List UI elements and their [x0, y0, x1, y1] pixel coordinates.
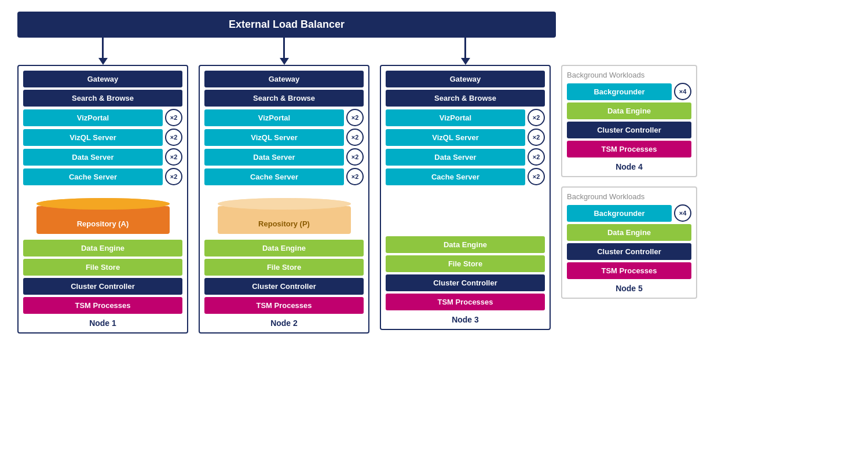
node5-label: Node 5 [567, 281, 691, 293]
node3-search: Search & Browse [386, 90, 545, 107]
node2-cluster-row: Cluster Controller [204, 278, 364, 295]
node3-search-row: Search & Browse [386, 90, 545, 107]
node1-dataengine-row: Data Engine [23, 240, 182, 257]
node3-vizportal: VizPortal [386, 109, 525, 126]
node2-cacheserver: Cache Server [204, 168, 344, 185]
node2-cluster: Cluster Controller [204, 278, 364, 295]
node3-cluster-row: Cluster Controller [386, 274, 545, 291]
node4-box: Background Workloads Backgrounder ×4 Dat… [561, 65, 697, 177]
node4-tsm-row: TSM Processes [567, 141, 691, 157]
arrow-node3 [461, 38, 470, 65]
node2-vizportal: VizPortal [204, 109, 344, 126]
node1-cacheserver-row: Cache Server ×2 [23, 168, 182, 185]
node1-gateway-row: Gateway [23, 71, 182, 87]
node1-cluster: Cluster Controller [23, 278, 182, 295]
node2-dataserver: Data Server [204, 149, 344, 166]
arrow-node1 [98, 38, 108, 65]
node3-filestore-row: File Store [386, 255, 545, 272]
node4-backgrounder: Backgrounder [567, 83, 672, 100]
node5-tsm-row: TSM Processes [567, 262, 691, 279]
node4-tsm: TSM Processes [567, 141, 691, 157]
node1-dataserver-row: Data Server ×2 [23, 148, 182, 166]
node3-dataserver-row: Data Server ×2 [386, 148, 545, 166]
node2-cacheserver-badge: ×2 [346, 168, 364, 185]
node4-dataengine: Data Engine [567, 102, 691, 119]
node2-search: Search & Browse [204, 90, 364, 107]
node1-search: Search & Browse [23, 90, 182, 107]
load-balancer-bar: External Load Balancer [17, 12, 556, 38]
node5-backgrounder-row: Backgrounder ×4 [567, 204, 691, 222]
node4-backgrounder-row: Backgrounder ×4 [567, 83, 691, 100]
node5-tsm: TSM Processes [567, 262, 691, 279]
node2-vizql-badge: ×2 [346, 129, 364, 146]
node3-dataserver: Data Server [386, 149, 525, 166]
node1-vizql-badge: ×2 [165, 129, 182, 146]
node1-vizportal-row: VizPortal ×2 [23, 109, 182, 126]
node2-dataserver-badge: ×2 [346, 148, 364, 166]
node2-gateway: Gateway [204, 71, 364, 87]
node2-vizql-row: VizQL Server ×2 [204, 129, 364, 146]
arrow-node2 [280, 38, 289, 65]
node3-box: Gateway Search & Browse VizPortal ×2 Viz… [380, 65, 551, 330]
node2-vizql: VizQL Server [204, 129, 344, 146]
node3-dataengine-row: Data Engine [386, 236, 545, 253]
node1-vizql: VizQL Server [23, 129, 163, 146]
node4-cluster-row: Cluster Controller [567, 122, 691, 138]
node1-search-row: Search & Browse [23, 90, 182, 107]
node5-dataengine: Data Engine [567, 224, 691, 241]
node1-dataserver-badge: ×2 [165, 148, 182, 166]
node2-dataengine: Data Engine [204, 240, 364, 257]
node3-gateway-row: Gateway [386, 71, 545, 87]
node1-box: Gateway Search & Browse VizPortal ×2 Viz… [17, 65, 188, 334]
node1-vizportal-badge: ×2 [165, 109, 182, 126]
node4-title: Background Workloads [567, 71, 691, 79]
node3-vizportal-row: VizPortal ×2 [386, 109, 545, 126]
node1-repo-label: Repository (A) [36, 219, 170, 228]
node1-tsm: TSM Processes [23, 297, 182, 314]
node2-box: Gateway Search & Browse VizPortal ×2 Viz… [199, 65, 369, 334]
node2-tsm-row: TSM Processes [204, 297, 364, 314]
node4-dataengine-row: Data Engine [567, 102, 691, 119]
node4-cluster: Cluster Controller [567, 122, 691, 138]
node3-vizql: VizQL Server [386, 129, 525, 146]
node3-filestore: File Store [386, 255, 545, 272]
node1-gateway: Gateway [23, 71, 182, 87]
node3-cluster: Cluster Controller [386, 274, 545, 291]
node3-label: Node 3 [386, 313, 545, 324]
node3-gateway: Gateway [386, 71, 545, 87]
node2-filestore-row: File Store [204, 259, 364, 276]
node1-cacheserver: Cache Server [23, 168, 163, 185]
node1-vizql-row: VizQL Server ×2 [23, 129, 182, 146]
node5-box: Background Workloads Backgrounder ×4 Dat… [561, 186, 697, 299]
node3-vizql-row: VizQL Server ×2 [386, 129, 545, 146]
diagram-container: External Load Balancer [12, 12, 856, 334]
node2-dataserver-row: Data Server ×2 [204, 148, 364, 166]
node3-vizportal-badge: ×2 [528, 109, 545, 126]
node5-backgrounder: Backgrounder [567, 205, 672, 222]
node5-dataengine-row: Data Engine [567, 224, 691, 241]
node2-filestore: File Store [204, 259, 364, 276]
node1-tsm-row: TSM Processes [23, 297, 182, 314]
node2-dataengine-row: Data Engine [204, 240, 364, 257]
node1-dataengine: Data Engine [23, 240, 182, 257]
node1-vizportal: VizPortal [23, 109, 163, 126]
node2-cacheserver-row: Cache Server ×2 [204, 168, 364, 185]
node1-cacheserver-badge: ×2 [165, 168, 182, 185]
node3-vizql-badge: ×2 [528, 129, 545, 146]
node2-tsm: TSM Processes [204, 297, 364, 314]
node4-backgrounder-badge: ×4 [674, 83, 691, 100]
node2-repo-label: Repository (P) [218, 219, 351, 228]
node5-backgrounder-badge: ×4 [674, 204, 691, 222]
node1-dataserver: Data Server [23, 149, 163, 166]
node2-search-row: Search & Browse [204, 90, 364, 107]
node4-label: Node 4 [567, 160, 691, 171]
node3-cacheserver-badge: ×2 [528, 168, 545, 185]
node3-dataserver-badge: ×2 [528, 148, 545, 166]
node5-cluster: Cluster Controller [567, 243, 691, 260]
node3-tsm: TSM Processes [386, 294, 545, 310]
node3-dataengine: Data Engine [386, 236, 545, 253]
node5-title: Background Workloads [567, 192, 691, 201]
node2-gateway-row: Gateway [204, 71, 364, 87]
node5-cluster-row: Cluster Controller [567, 243, 691, 260]
right-nodes-column: Background Workloads Backgrounder ×4 Dat… [561, 65, 697, 299]
